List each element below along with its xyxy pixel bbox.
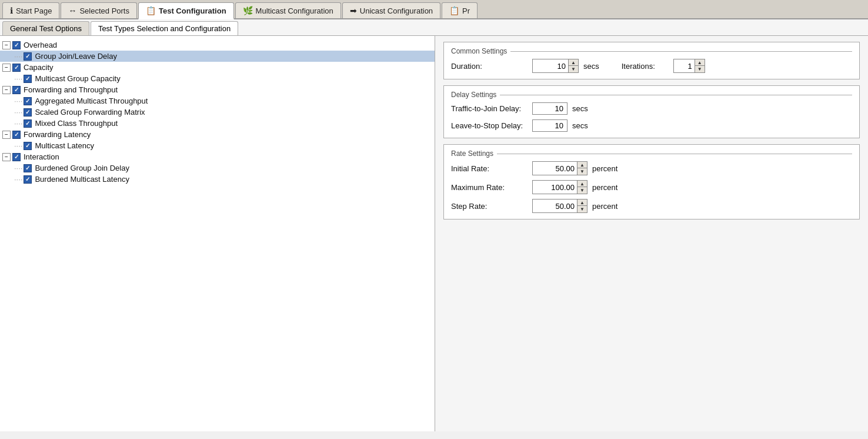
rate-settings-title: Rate Settings (451, 149, 497, 158)
connector-multicast-capacity: ···· (14, 74, 22, 83)
expand-forwarding[interactable]: − (2, 86, 11, 94)
rate-settings-title-bar: Rate Settings (451, 149, 852, 158)
config-icon: 📋 (146, 6, 156, 15)
pr-icon: 📋 (449, 6, 459, 15)
initial-rate-spinbox[interactable]: ▲ ▼ (532, 161, 587, 175)
initial-rate-label: Initial Rate: (451, 164, 528, 173)
step-rate-up-button[interactable]: ▲ (577, 199, 587, 206)
iterations-input[interactable] (674, 59, 695, 72)
checkbox-forwarding-latency[interactable] (12, 131, 21, 139)
sub-tab-test-types-selection[interactable]: Test Types Selection and Configuration (91, 21, 238, 35)
initial-rate-down-button[interactable]: ▼ (577, 168, 587, 175)
step-rate-down-button[interactable]: ▼ (577, 206, 587, 212)
delay-settings-group: Delay Settings Traffic-to-Join Delay: se… (443, 85, 860, 138)
maximum-rate-up-button[interactable]: ▲ (577, 181, 587, 187)
checkbox-scaled-group-forwarding[interactable] (24, 108, 32, 117)
leave-stop-input[interactable] (532, 119, 567, 132)
maximum-rate-input[interactable] (533, 181, 577, 194)
tree-item-mixed-class-throughput[interactable]: ···· Mixed Class Throughput (0, 118, 435, 129)
step-rate-unit: percent (592, 202, 617, 211)
checkbox-aggregated-throughput[interactable] (24, 97, 32, 105)
connector-mixed: ···· (14, 119, 22, 128)
connector-group-join: ···· (14, 52, 22, 61)
tree-item-aggregated-throughput[interactable]: ···· Aggregated Multicast Throughput (0, 95, 435, 107)
tab-pr[interactable]: 📋 Pr (442, 2, 478, 18)
initial-rate-up-button[interactable]: ▲ (577, 162, 587, 168)
tab-bar: ℹ Start Page ↔ Selected Ports 📋 Test Con… (0, 0, 868, 19)
checkbox-burdened-group-join[interactable] (24, 164, 32, 172)
traffic-join-unit: secs (572, 104, 588, 113)
checkbox-burdened-multicast-latency[interactable] (24, 175, 32, 184)
tree-item-burdened-group-join[interactable]: ···· Burdened Group Join Delay (0, 162, 435, 174)
step-rate-input[interactable] (533, 199, 577, 212)
duration-up-button[interactable]: ▲ (569, 59, 578, 66)
checkbox-interaction[interactable] (12, 153, 21, 161)
tree-item-group-join-leave[interactable]: ···· Group Join/Leave Delay (0, 51, 435, 62)
initial-rate-input[interactable] (533, 162, 577, 175)
checkbox-mixed-class-throughput[interactable] (24, 119, 32, 128)
connector-multicast-latency: ···· (14, 141, 22, 150)
expand-forwarding-latency[interactable]: − (2, 131, 11, 139)
iterations-spinbox[interactable]: ▲ ▼ (673, 59, 705, 73)
leave-stop-unit: secs (572, 121, 588, 130)
maximum-rate-down-button[interactable]: ▼ (577, 187, 587, 194)
connector-burdened-join: ···· (14, 164, 22, 172)
expand-interaction[interactable]: − (2, 153, 11, 161)
maximum-rate-label: Maximum Rate: (451, 183, 528, 192)
tab-selected-ports[interactable]: ↔ Selected Ports (61, 2, 137, 18)
tree-item-interaction[interactable]: − Interaction (0, 151, 435, 162)
unicast-icon: ➡ (350, 6, 357, 15)
connector-scaled: ···· (14, 108, 22, 117)
maximum-rate-unit: percent (592, 183, 617, 192)
checkbox-overhead[interactable] (12, 41, 21, 49)
duration-unit: secs (583, 62, 599, 71)
duration-label: Duration: (451, 62, 528, 71)
iterations-down-button[interactable]: ▼ (695, 66, 705, 72)
tree-item-forwarding-throughput[interactable]: − Forwarding and Throughput (0, 84, 435, 95)
duration-down-button[interactable]: ▼ (569, 66, 578, 72)
iterations-up-button[interactable]: ▲ (695, 59, 705, 66)
sub-tab-general-test-options[interactable]: General Test Options (2, 21, 89, 35)
common-settings-title-bar: Common Settings (451, 47, 852, 55)
duration-spinbox[interactable]: ▲ ▼ (532, 59, 579, 73)
maximum-rate-row: Maximum Rate: ▲ ▼ percent (451, 180, 852, 194)
tree-item-multicast-group-capacity[interactable]: ···· Multicast Group Capacity (0, 73, 435, 84)
checkbox-group-join-leave[interactable] (24, 52, 32, 61)
tree-item-capacity[interactable]: − Capacity (0, 62, 435, 73)
checkbox-multicast-latency[interactable] (24, 142, 32, 150)
settings-panel: Common Settings Duration: ▲ ▼ secs Itera… (435, 36, 868, 431)
tab-unicast-configuration[interactable]: ➡ Unicast Configuration (342, 2, 440, 18)
initial-rate-unit: percent (592, 164, 617, 173)
rate-settings-group: Rate Settings Initial Rate: ▲ ▼ percent … (443, 144, 860, 219)
step-rate-spinbox[interactable]: ▲ ▼ (532, 199, 587, 213)
connector-aggregated: ···· (14, 97, 22, 105)
checkbox-multicast-group-capacity[interactable] (24, 75, 32, 83)
maximum-rate-spinbox[interactable]: ▲ ▼ (532, 180, 587, 194)
multicast-icon: 🌿 (243, 6, 253, 15)
common-settings-group: Common Settings Duration: ▲ ▼ secs Itera… (443, 42, 860, 79)
checkbox-capacity[interactable] (12, 64, 21, 72)
tree-item-burdened-multicast-latency[interactable]: ···· Burdened Multicast Latency (0, 174, 435, 185)
tree-panel: − Overhead ···· Group Join/Leave Delay −… (0, 36, 435, 431)
step-rate-spin-buttons: ▲ ▼ (577, 199, 587, 212)
duration-spin-buttons: ▲ ▼ (568, 59, 578, 72)
expand-overhead[interactable]: − (2, 41, 11, 49)
step-rate-row: Step Rate: ▲ ▼ percent (451, 199, 852, 213)
tree-item-forwarding-latency[interactable]: − Forwarding Latency (0, 129, 435, 140)
checkbox-forwarding-throughput[interactable] (12, 86, 21, 94)
info-icon: ℹ (10, 6, 13, 15)
duration-input[interactable] (533, 59, 568, 72)
tab-start-page[interactable]: ℹ Start Page (2, 2, 59, 18)
initial-rate-spin-buttons: ▲ ▼ (577, 162, 587, 175)
tree-item-overhead[interactable]: − Overhead (0, 39, 435, 51)
iterations-spin-buttons: ▲ ▼ (695, 59, 705, 72)
traffic-join-input[interactable] (532, 102, 567, 115)
tab-test-configuration[interactable]: 📋 Test Configuration (138, 2, 234, 19)
maximum-rate-spin-buttons: ▲ ▼ (577, 181, 587, 194)
common-settings-title: Common Settings (451, 47, 510, 55)
tree-item-scaled-group-forwarding[interactable]: ···· Scaled Group Forwarding Matrix (0, 107, 435, 118)
expand-capacity[interactable]: − (2, 64, 11, 72)
step-rate-label: Step Rate: (451, 202, 528, 211)
tab-multicast-configuration[interactable]: 🌿 Multicast Configuration (235, 2, 341, 18)
tree-item-multicast-latency[interactable]: ···· Multicast Latency (0, 140, 435, 151)
